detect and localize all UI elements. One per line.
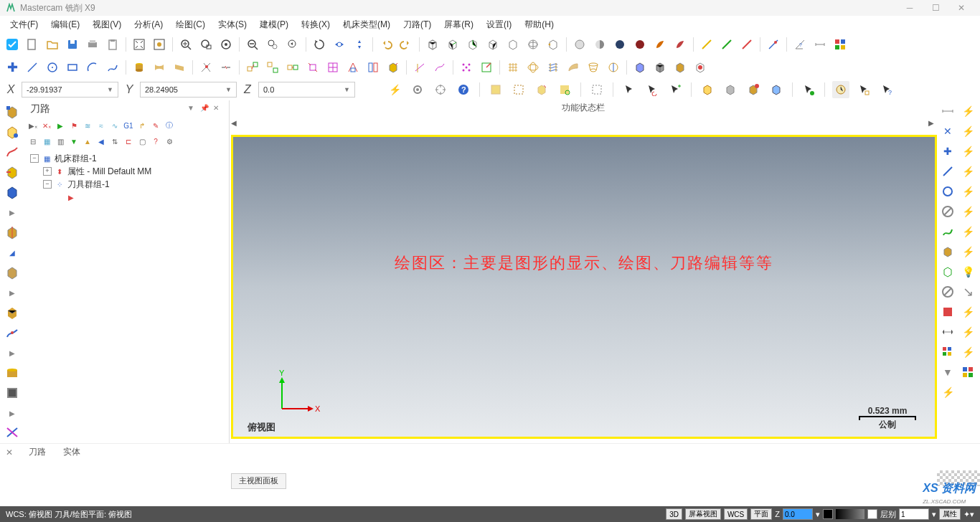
edit-line-icon[interactable]: [765, 36, 782, 53]
lt-5-icon[interactable]: [4, 184, 21, 201]
save-icon[interactable]: [64, 36, 81, 53]
grid-plane-icon[interactable]: [504, 59, 522, 76]
line-yellow-icon[interactable]: [698, 36, 715, 53]
rt-circ-icon[interactable]: [938, 182, 957, 201]
rt-bolt8-icon[interactable]: ⚡: [958, 242, 977, 261]
lt-arrow-3-icon[interactable]: ▶: [4, 344, 21, 361]
shade-dark-icon[interactable]: [611, 36, 628, 53]
xform-1-icon[interactable]: [244, 59, 261, 76]
z-input[interactable]: 0.0▼: [258, 82, 355, 98]
fit-icon[interactable]: [131, 36, 148, 53]
sb-color-black[interactable]: [823, 509, 833, 519]
tt-updown-icon[interactable]: ⇅: [109, 136, 121, 147]
box-3-icon[interactable]: [745, 81, 762, 98]
sb-screen-button[interactable]: 屏幕视图: [685, 508, 721, 520]
sel-2-icon[interactable]: [510, 81, 527, 98]
swept-icon[interactable]: [565, 59, 582, 76]
xform-5-icon[interactable]: [324, 59, 341, 76]
rt-bolt9-icon[interactable]: ⚡: [958, 303, 977, 321]
cube-3-icon[interactable]: [464, 36, 481, 53]
tt-pen-icon[interactable]: ✎: [150, 120, 161, 131]
lt-7-icon[interactable]: ◢: [4, 244, 21, 261]
verify-icon[interactable]: [4, 36, 21, 53]
sb-3d-button[interactable]: 3D: [666, 508, 682, 520]
bolt-icon[interactable]: ⚡: [386, 81, 403, 98]
dynamic-icon[interactable]: [351, 36, 368, 53]
zoom-target-icon[interactable]: [217, 36, 235, 53]
expander-icon[interactable]: −: [43, 180, 52, 189]
rt-box-icon[interactable]: [938, 242, 957, 261]
net-surf-icon[interactable]: [545, 59, 562, 76]
tt-info-icon[interactable]: ⓘ: [164, 120, 175, 131]
tt-x1-icon[interactable]: ✕ₓ: [41, 120, 52, 131]
zoom-out-2-icon[interactable]: [264, 36, 281, 53]
rt-line-icon[interactable]: [938, 162, 957, 181]
zoom-prev-icon[interactable]: [284, 36, 301, 53]
expander-icon[interactable]: +: [43, 167, 52, 176]
rt-bulb-icon[interactable]: 💡: [958, 262, 977, 281]
lt-arrow-1-icon[interactable]: ▶: [4, 204, 21, 221]
menu-toolpath[interactable]: 刀路(T): [397, 17, 437, 32]
rt-arrow-icon[interactable]: ↘: [958, 283, 977, 301]
redo-icon[interactable]: [397, 36, 415, 53]
lt-2-icon[interactable]: [4, 123, 21, 141]
nav-left-icon[interactable]: ◀: [231, 119, 238, 126]
tt-q-icon[interactable]: ?: [150, 136, 161, 147]
shade-wire-icon[interactable]: [571, 36, 588, 53]
solid-2-icon[interactable]: [651, 59, 669, 76]
clock-icon[interactable]: [832, 81, 849, 98]
rt-bolt-icon[interactable]: ⚡: [958, 102, 977, 120]
dim-length-icon[interactable]: [811, 36, 829, 53]
tt-flag-icon[interactable]: ⚑: [68, 120, 80, 131]
cylinder-icon[interactable]: [131, 59, 148, 76]
panel-pin-icon[interactable]: 📌: [200, 104, 210, 114]
tab-solid[interactable]: 实体: [57, 445, 86, 460]
sel-rect-icon[interactable]: [588, 81, 606, 98]
shade-feather-icon[interactable]: [651, 36, 669, 53]
tt-tree-icon[interactable]: ⊟: [27, 136, 39, 147]
prev-view-icon[interactable]: [545, 36, 562, 53]
nav-right-icon[interactable]: ▶: [928, 119, 936, 126]
lt-13-icon[interactable]: [4, 424, 21, 442]
tt-wave1-icon[interactable]: ≋: [82, 120, 93, 131]
lt-12-icon[interactable]: [4, 384, 21, 402]
rt-down-icon[interactable]: ▼: [938, 363, 957, 381]
sel-3-icon[interactable]: [533, 81, 550, 98]
close-button[interactable]: ✕: [948, 1, 974, 15]
view-panel-tab[interactable]: 主视图面板: [231, 473, 286, 489]
expander-icon[interactable]: −: [30, 154, 39, 163]
tree-group[interactable]: − ⁘ 刀具群组-1: [30, 178, 223, 191]
curve-1-icon[interactable]: [411, 59, 428, 76]
rt-multi-icon[interactable]: [958, 363, 977, 381]
rt-wire-icon[interactable]: [938, 262, 957, 281]
clipboard-icon[interactable]: [104, 36, 121, 53]
tt-collapse-icon[interactable]: ⊏: [123, 136, 134, 147]
xform-4-icon[interactable]: [304, 59, 321, 76]
xform-8-icon[interactable]: [385, 59, 402, 76]
panel-close-icon[interactable]: ✕: [213, 104, 223, 114]
tt-sel-icon[interactable]: ▶ₓ: [27, 120, 39, 131]
rotate-icon[interactable]: [311, 36, 328, 53]
cube-1-icon[interactable]: [424, 36, 441, 53]
rt-bolt4-icon[interactable]: ⚡: [958, 162, 977, 181]
shade-red-icon[interactable]: [631, 36, 649, 53]
sb-linestyle[interactable]: [836, 509, 864, 519]
drawing-viewport[interactable]: 绘图区：主要是图形的显示、绘图、刀路编辑等等 Y X 0.523 mm 公制 俯…: [231, 135, 937, 439]
rt-bolt10-icon[interactable]: ⚡: [958, 323, 977, 341]
tt-lock-icon[interactable]: ▥: [55, 136, 66, 147]
lt-3-icon[interactable]: [4, 143, 21, 161]
rt-bolt11-icon[interactable]: ⚡: [958, 343, 977, 361]
rt-dim2-icon[interactable]: [938, 323, 957, 341]
menu-settings[interactable]: 设置(I): [481, 17, 517, 32]
tabs-close-icon[interactable]: ✕: [6, 447, 17, 457]
rt-no2-icon[interactable]: [938, 283, 957, 301]
xform-6-icon[interactable]: [344, 59, 362, 76]
menu-help[interactable]: 帮助(H): [519, 17, 560, 32]
tt-grid-icon[interactable]: ▦: [41, 136, 52, 147]
sel-4-icon[interactable]: [556, 81, 573, 98]
cursor-green-icon[interactable]: [800, 81, 817, 98]
rt-bolt7-icon[interactable]: ⚡: [958, 222, 977, 241]
sb-plane-button[interactable]: 平面: [750, 508, 772, 520]
rt-no-icon[interactable]: [938, 202, 957, 221]
solid-4-icon[interactable]: [692, 59, 709, 76]
